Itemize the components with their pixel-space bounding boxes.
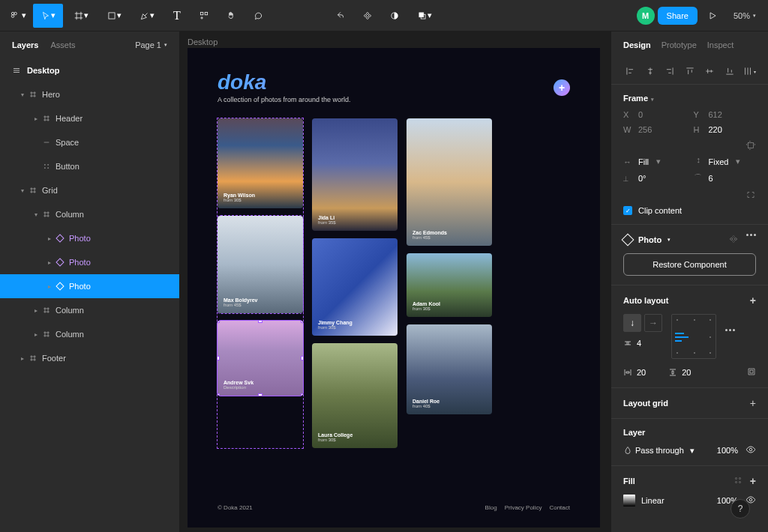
fill-type[interactable]: Linear xyxy=(641,496,664,505)
swap-instance-icon[interactable] xyxy=(728,234,739,246)
fill-style-icon[interactable] xyxy=(734,475,742,487)
present-button[interactable] xyxy=(700,4,724,28)
layer-row[interactable]: ▸Photo xyxy=(0,226,179,250)
footer-link[interactable]: Contact xyxy=(549,504,570,511)
photo-card[interactable]: Zac Edmondsfrom 45$ xyxy=(406,118,492,246)
add-layout-grid-icon[interactable]: + xyxy=(750,397,756,409)
h-resize[interactable]: ↔Fill▾ xyxy=(623,157,686,166)
component-name[interactable]: Photo xyxy=(638,235,662,244)
frame-constraints-icon[interactable] xyxy=(746,140,756,151)
inspect-tab[interactable]: Inspect xyxy=(707,40,734,49)
align-bottom-icon[interactable] xyxy=(723,64,736,78)
root-layer[interactable]: Desktop xyxy=(0,58,179,82)
w-field[interactable]: W256 xyxy=(623,125,686,134)
figma-menu[interactable]: ▾ xyxy=(6,4,30,28)
clip-content[interactable]: ✓Clip content xyxy=(623,206,756,215)
align-top-icon[interactable] xyxy=(683,64,697,78)
add-button[interactable]: + xyxy=(554,79,570,96)
rotation-field[interactable]: ⟂0° xyxy=(623,172,686,184)
boolean-icon[interactable]: ▾ xyxy=(410,4,440,28)
restore-component-button[interactable]: Restore Component xyxy=(623,253,756,276)
layer-row[interactable]: ▸Footer xyxy=(0,346,179,370)
photo-card[interactable]: Laura Collegefrom 30$ xyxy=(312,343,398,448)
footer-link[interactable]: Blog xyxy=(485,504,497,511)
photo-card[interactable]: Max Boldyrevfrom 45$ xyxy=(218,216,303,313)
footer-link[interactable]: Privacy Policy xyxy=(505,504,542,511)
toolbar-right: M Share 50%▾ xyxy=(637,4,762,28)
prototype-tab[interactable]: Prototype xyxy=(662,40,697,49)
undo-icon[interactable] xyxy=(328,4,352,28)
layer-opacity[interactable]: 100% xyxy=(717,446,738,455)
layer-row[interactable]: ▸Photo xyxy=(0,250,179,274)
canvas[interactable]: Desktop doka A collection of photos from… xyxy=(180,31,610,532)
layer-row[interactable]: ▸Photo xyxy=(0,274,179,298)
align-hcenter-icon[interactable] xyxy=(644,64,657,78)
help-button[interactable]: ? xyxy=(730,499,750,519)
resources-tool[interactable] xyxy=(192,4,216,28)
radius-field[interactable]: ⌒6 xyxy=(694,172,757,184)
shape-tool[interactable]: ▾ xyxy=(99,4,129,28)
photo-card[interactable]: Adam Koolfrom 30$ xyxy=(406,253,492,317)
components-icon[interactable] xyxy=(356,4,380,28)
assets-tab[interactable]: Assets xyxy=(50,40,75,49)
alignment-box[interactable] xyxy=(671,314,716,359)
hand-tool[interactable] xyxy=(219,4,243,28)
layer-row[interactable]: ▾Column xyxy=(0,202,179,226)
tidy-icon[interactable]: ▾ xyxy=(742,64,756,78)
h-field[interactable]: H220 xyxy=(694,125,757,134)
layer-row[interactable]: ▸Column xyxy=(0,298,179,322)
pad-h-field[interactable]: 20 xyxy=(623,366,646,378)
photo-column: Ryan Wilsonfrom 30$Max Boldyrevfrom 45$A… xyxy=(218,118,303,448)
photo-card[interactable]: Daniel Roefrom 40$ xyxy=(406,324,492,414)
align-vcenter-icon[interactable] xyxy=(703,64,716,78)
direction-horizontal[interactable]: → xyxy=(644,314,662,332)
zoom-select[interactable]: 50%▾ xyxy=(728,11,762,20)
move-tool[interactable]: ▾ xyxy=(33,4,63,28)
photo-card[interactable]: Andrew SvkDescriptionFill × 220 xyxy=(218,321,303,396)
layer-row[interactable]: ▾Grid xyxy=(0,178,179,202)
photo-card[interactable]: Jida Lifrom 35$ xyxy=(312,118,398,231)
align-left-icon[interactable] xyxy=(623,64,637,78)
visibility-icon[interactable] xyxy=(746,444,756,456)
fill-swatch[interactable] xyxy=(623,495,635,507)
layout-grid-title: Layout grid xyxy=(623,399,668,408)
layer-row[interactable]: Button xyxy=(0,154,179,178)
frame-label[interactable]: Desktop xyxy=(188,37,218,46)
design-tab[interactable]: Design xyxy=(623,40,651,49)
comment-tool[interactable] xyxy=(246,4,270,28)
toolbar-left: ▾ ▾ ▾ ▾ ▾ T xyxy=(6,4,270,28)
add-auto-layout-icon[interactable]: + xyxy=(750,294,756,306)
more-icon[interactable] xyxy=(746,234,756,246)
layers-tab[interactable]: Layers xyxy=(12,40,38,49)
text-tool[interactable]: T xyxy=(165,4,189,28)
layer-row[interactable]: ▾Hero xyxy=(0,82,179,106)
frame-tool[interactable]: ▾ xyxy=(66,4,96,28)
v-resize[interactable]: ↔Fixed▾ xyxy=(694,157,757,166)
avatar[interactable]: M xyxy=(637,7,655,25)
page-select[interactable]: Page 1▾ xyxy=(135,40,167,49)
add-fill-icon[interactable]: + xyxy=(750,475,756,487)
layer-row[interactable]: ▸Column xyxy=(0,322,179,346)
y-field[interactable]: Y612 xyxy=(694,110,757,119)
layer-row[interactable]: ▸Header xyxy=(0,106,179,130)
pad-per-side-icon[interactable] xyxy=(747,366,756,378)
photo-card[interactable]: Jimmy Changfrom 30$ xyxy=(312,238,398,336)
photo-card[interactable]: Ryan Wilsonfrom 30$ xyxy=(218,118,303,208)
gap-field[interactable]: 4 xyxy=(623,338,662,348)
artboard-footer: © Doka 2021 BlogPrivacy PolicyContact xyxy=(218,504,570,511)
direction-vertical[interactable]: ↓ xyxy=(623,314,641,332)
svg-rect-2 xyxy=(14,12,16,15)
pen-tool[interactable]: ▾ xyxy=(132,4,162,28)
mask-icon[interactable] xyxy=(382,4,406,28)
pad-v-field[interactable]: 20 xyxy=(668,366,691,378)
svg-point-17 xyxy=(739,478,740,480)
radius-per-corner-icon[interactable] xyxy=(746,190,756,200)
x-field[interactable]: X0 xyxy=(623,110,686,119)
svg-rect-1 xyxy=(11,14,14,16)
al-more-icon[interactable] xyxy=(725,329,735,331)
layer-row[interactable]: Space xyxy=(0,130,179,154)
layer-section-title: Layer xyxy=(623,428,645,437)
share-button[interactable]: Share xyxy=(658,7,698,25)
align-right-icon[interactable] xyxy=(663,64,676,78)
blend-mode[interactable]: Pass through▾ xyxy=(623,445,694,456)
